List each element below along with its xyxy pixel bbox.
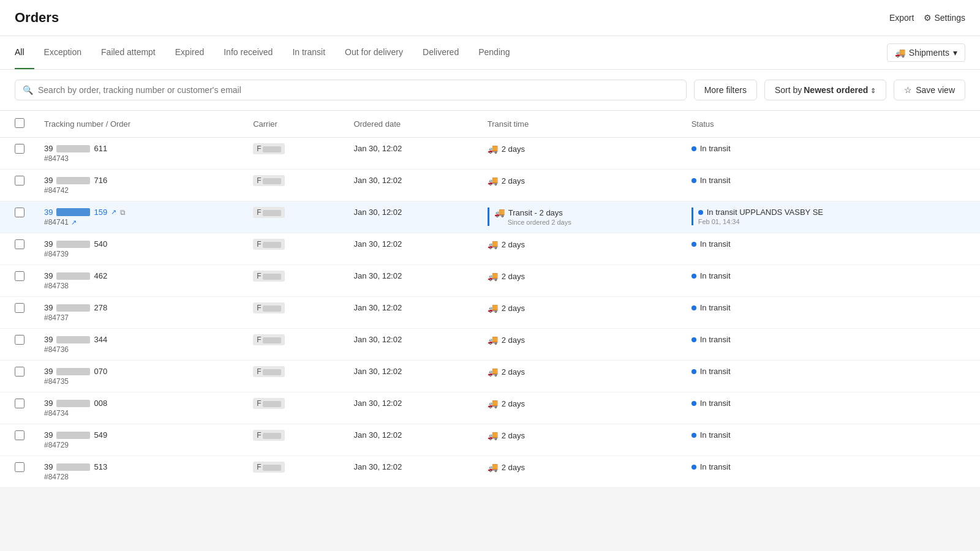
row-checkbox[interactable] [15, 239, 24, 249]
search-input[interactable] [38, 85, 679, 95]
row-checkbox[interactable] [15, 399, 24, 408]
carrier-cell: F [243, 297, 344, 329]
truck-small-icon: 🚚 [488, 335, 498, 345]
carrier-badge: F [253, 302, 284, 313]
status-cell: In transit [682, 265, 980, 297]
transit-time-cell: 🚚 2 days [478, 265, 682, 297]
sort-button[interactable]: Sort byNewest ordered ⇕ [764, 80, 886, 100]
order-number: #84729 [44, 441, 233, 449]
transit-main: 🚚 2 days [488, 176, 672, 186]
table-row: 39513 #84728 FJan 30, 12:02 🚚 2 days In … [0, 456, 980, 488]
status-text: In transit [700, 144, 731, 153]
tab-info-received[interactable]: Info received [214, 36, 282, 69]
copy-icon[interactable]: ⧉ [120, 208, 126, 217]
tab-all[interactable]: All [15, 36, 34, 69]
tabs-container: All Exception Failed attempt Expired Inf… [15, 36, 520, 69]
row-checkbox[interactable] [15, 367, 24, 377]
order-number: #84743 [44, 154, 233, 163]
settings-button[interactable]: ⚙ Settings [924, 13, 965, 23]
carrier-badge: F [253, 207, 284, 218]
status-cell: In transit [682, 361, 980, 392]
transit-time-cell: 🚚 2 days [478, 456, 682, 488]
status-cell: In transit [682, 329, 980, 361]
status-text: In transit UPPLANDS VASBY SE [707, 208, 823, 217]
tab-delivered[interactable]: Delivered [413, 36, 469, 69]
carrier-cell: F [243, 265, 344, 297]
status-dot [692, 178, 696, 183]
ordered-date-cell: Jan 30, 12:02 [344, 424, 477, 456]
status-badge: In transit [692, 367, 970, 376]
table-row: 39344 #84736 FJan 30, 12:02 🚚 2 days In … [0, 329, 980, 361]
order-number: #84735 [44, 377, 233, 386]
carrier-cell: F [243, 392, 344, 424]
save-view-button[interactable]: ☆ Save view [894, 80, 965, 100]
tab-in-transit[interactable]: In transit [282, 36, 335, 69]
truck-small-icon: 🚚 [488, 367, 498, 377]
tabs-bar: All Exception Failed attempt Expired Inf… [0, 36, 980, 70]
status-text: In transit [700, 271, 731, 280]
transit-time-cell: 🚚 2 days [478, 233, 682, 265]
status-text: In transit [700, 335, 731, 344]
tab-failed-attempt[interactable]: Failed attempt [91, 36, 165, 69]
row-checkbox[interactable] [15, 176, 24, 186]
carrier-badge: F [253, 334, 284, 345]
status-text: In transit [700, 462, 731, 471]
carrier-badge: F [253, 462, 284, 473]
tab-out-for-delivery[interactable]: Out for delivery [335, 36, 413, 69]
truck-small-icon: 🚚 [488, 239, 498, 249]
col-status: Status [682, 111, 980, 138]
transit-main: 🚚 2 days [488, 144, 672, 154]
tracking-number: 39462 [44, 271, 233, 280]
tracking-number: 39716 [44, 176, 233, 185]
page-title: Orders [15, 10, 59, 26]
row-checkbox[interactable] [15, 303, 24, 313]
status-cell: In transit [682, 138, 980, 170]
row-checkbox[interactable] [15, 462, 24, 472]
carrier-cell: F [243, 138, 344, 170]
carrier-cell: F [243, 329, 344, 361]
external-link-icon[interactable]: ↗ [111, 208, 116, 216]
status-cell: In transit [682, 456, 980, 488]
status-cell: In transit [682, 424, 980, 456]
table-row: 39070 #84735 FJan 30, 12:02 🚚 2 days In … [0, 361, 980, 392]
status-dot [692, 401, 696, 406]
row-checkbox[interactable] [15, 208, 24, 217]
row-checkbox[interactable] [15, 335, 24, 345]
col-checkbox [0, 111, 34, 138]
col-tracking: Tracking number / Order [34, 111, 243, 138]
shipments-button[interactable]: 🚚 Shipments ▾ [887, 43, 965, 62]
tracking-cell: 39611 #84743 [34, 138, 243, 170]
row-checkbox[interactable] [15, 144, 24, 154]
status-badge: In transit [692, 239, 970, 249]
carrier-cell: F [243, 361, 344, 392]
more-filters-button[interactable]: More filters [694, 80, 757, 100]
order-number: #84738 [44, 282, 233, 290]
tracking-cell: 39549 #84729 [34, 424, 243, 456]
tab-pending[interactable]: Pending [469, 36, 519, 69]
truck-small-icon: 🚚 [488, 462, 498, 472]
transit-time-cell: 🚚 2 days [478, 424, 682, 456]
status-badge: In transit [692, 176, 970, 185]
carrier-cell: F [243, 170, 344, 201]
transit-main: 🚚 2 days [488, 430, 672, 440]
ordered-date-cell: Jan 30, 12:02 [344, 456, 477, 488]
status-badge: In transit [692, 462, 970, 471]
tracking-cell: 39008 #84734 [34, 392, 243, 424]
carrier-badge: F [253, 175, 284, 186]
order-link-icon[interactable]: ↗ [71, 219, 77, 227]
select-all-checkbox[interactable] [15, 118, 24, 128]
status-dot [692, 337, 696, 342]
transit-main: 🚚 2 days [488, 335, 672, 345]
truck-small-icon: 🚚 [494, 208, 505, 217]
row-checkbox[interactable] [15, 430, 24, 440]
transit-time-cell: 🚚 2 days [478, 361, 682, 392]
row-checkbox[interactable] [15, 271, 24, 281]
status-badge: In transit [692, 335, 970, 344]
export-button[interactable]: Export [889, 13, 914, 23]
ordered-date-cell: Jan 30, 12:02 [344, 361, 477, 392]
tab-exception[interactable]: Exception [34, 36, 91, 69]
transit-main: 🚚 2 days [488, 239, 672, 249]
carrier-cell: F [243, 201, 344, 233]
tab-expired[interactable]: Expired [165, 36, 214, 69]
tracking-cell: 39344 #84736 [34, 329, 243, 361]
